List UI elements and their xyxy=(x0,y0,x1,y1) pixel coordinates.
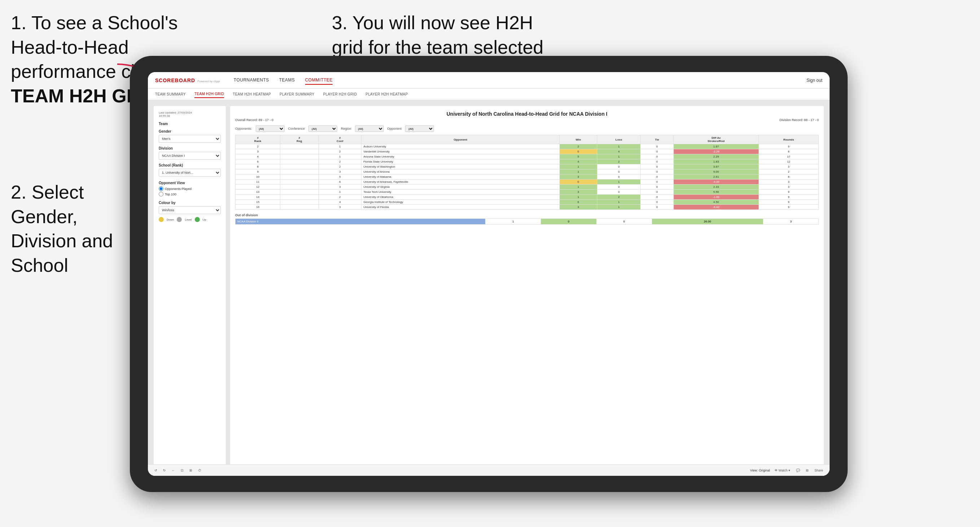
col-rank: #Rank xyxy=(235,135,280,144)
nav-tournaments[interactable]: TOURNAMENTS xyxy=(234,76,269,85)
tablet: SCOREBOARD Powered by clippi TOURNAMENTS… xyxy=(130,56,848,492)
division-record: Division Record: 88 - 17 - 0 xyxy=(780,118,819,122)
cell-rounds: 3 xyxy=(759,184,819,190)
sidebar: Last Updated: 27/03/2024 16:55:38 Team G… xyxy=(154,106,226,470)
colour-by-select[interactable]: Win/loss xyxy=(159,206,221,214)
cell-win: 0 xyxy=(560,149,597,154)
cell-rank: 6 xyxy=(235,159,280,164)
cell-conf: 1 xyxy=(318,190,361,195)
cell-reg xyxy=(280,170,318,175)
col-rounds: Rounds xyxy=(759,135,819,144)
color-legend: Down Level Up xyxy=(159,217,221,222)
cell-diff: 5.56 xyxy=(673,190,759,195)
cell-win: 1 xyxy=(560,184,597,190)
cell-loss: 0 xyxy=(597,184,641,190)
conference-filter-label: Conference xyxy=(288,127,305,130)
app-logo-sub: Powered by clippi xyxy=(197,80,220,83)
cell-rank: 15 xyxy=(235,200,280,205)
cell-tie: 0 xyxy=(641,159,673,164)
cell-opponent: University of Florida xyxy=(361,205,560,210)
conference-filter-select[interactable]: (All) xyxy=(309,125,337,132)
cell-opponent: University of Arkansas, Fayetteville xyxy=(361,179,560,184)
cell-loss: 2 xyxy=(597,195,641,200)
col-loss: Loss xyxy=(597,135,641,144)
opponent-filter-select[interactable]: (All) xyxy=(405,125,434,132)
cell-diff: -2.29 xyxy=(673,149,759,154)
panel-title: University of North Carolina Head-to-Hea… xyxy=(235,111,819,117)
school-select[interactable]: 1. University of Nort... xyxy=(159,169,221,177)
sub-nav-team-h2h-heatmap[interactable]: TEAM H2H HEATMAP xyxy=(233,91,271,98)
opponent-view-radios: Opponents Played Top 100 xyxy=(159,186,221,197)
toolbar-watch[interactable]: 👁 Watch ▾ xyxy=(773,468,792,470)
cell-conf: 5 xyxy=(318,175,361,179)
cell-win: 3 xyxy=(560,190,597,195)
school-label: School (Rank) xyxy=(159,163,221,167)
cell-loss: 0 xyxy=(597,170,641,175)
cell-loss: 2 xyxy=(597,159,641,164)
region-filter-select[interactable]: (All) xyxy=(355,125,384,132)
cell-rounds: 8 xyxy=(759,149,819,154)
cell-win: 2 xyxy=(560,144,597,149)
col-tie: Tie xyxy=(641,135,673,144)
cell-rounds: 3 xyxy=(759,179,819,184)
sub-nav-team-summary[interactable]: TEAM SUMMARY xyxy=(155,91,186,98)
data-panel: University of North Carolina Head-to-Hea… xyxy=(230,106,824,470)
cell-reg xyxy=(280,154,318,159)
opponents-filter-select[interactable]: (All) xyxy=(256,125,285,132)
cell-loss: 0 xyxy=(597,190,641,195)
cell-conf: 3 xyxy=(318,184,361,190)
cell-tie: 0 xyxy=(641,179,673,184)
sub-nav-player-h2h-grid[interactable]: PLAYER H2H GRID xyxy=(323,91,357,98)
nav-links: TOURNAMENTS TEAMS COMMITTEE xyxy=(234,76,807,85)
cell-win: 1 xyxy=(560,195,597,200)
sign-out-link[interactable]: Sign out xyxy=(807,78,822,83)
cell-reg xyxy=(280,164,318,170)
app-logo: SCOREBOARD xyxy=(155,78,195,83)
team-label: Team xyxy=(159,122,221,126)
out-div-loss: 0 xyxy=(541,219,597,225)
instruction-step3: 3. You will now see H2H grid for the tea… xyxy=(332,11,548,59)
cell-win: 3 xyxy=(560,205,597,210)
cell-diff: 2.33 xyxy=(673,184,759,190)
cell-rounds: 9 xyxy=(759,195,819,200)
cell-diff: 1.83 xyxy=(673,159,759,164)
cell-conf: 2 xyxy=(318,164,361,170)
cell-diff: -1.00 xyxy=(673,195,759,200)
cell-diff: 1.67 xyxy=(673,144,759,149)
out-div-name: NCAA Division II xyxy=(235,219,485,225)
nav-committee[interactable]: COMMITTEE xyxy=(305,76,333,85)
cell-loss: 1 xyxy=(597,205,641,210)
cell-conf: 6 xyxy=(318,179,361,184)
instruction-step2: 2. Select Gender, Division and School xyxy=(11,180,148,278)
out-div-diff: 26.00 xyxy=(652,219,763,225)
nav-teams[interactable]: TEAMS xyxy=(279,76,295,85)
gender-select[interactable]: Men's xyxy=(159,135,221,143)
sub-nav-team-h2h-grid[interactable]: TEAM H2H GRID xyxy=(194,90,224,98)
cell-rounds: 8 xyxy=(759,175,819,179)
sub-nav-player-h2h-heatmap[interactable]: PLAYER H2H HEATMAP xyxy=(366,91,408,98)
division-select[interactable]: NCAA Division I xyxy=(159,152,221,160)
toolbar-share[interactable]: Share xyxy=(813,468,824,470)
sub-nav-player-summary[interactable]: PLAYER SUMMARY xyxy=(280,91,315,98)
toolbar-comment[interactable]: 💬 xyxy=(795,468,802,470)
main-content: Last Updated: 27/03/2024 16:55:38 Team G… xyxy=(148,100,830,476)
toolbar-share-icon[interactable]: ⊞ xyxy=(804,468,810,470)
cell-rounds: 3 xyxy=(759,164,819,170)
cell-conf: 4 xyxy=(318,200,361,205)
cell-reg xyxy=(280,205,318,210)
cell-rounds: 9 xyxy=(759,205,819,210)
gender-label: Gender xyxy=(159,129,221,133)
cell-rank: 8 xyxy=(235,164,280,170)
cell-loss: 1 xyxy=(597,144,641,149)
cell-win: 5 xyxy=(560,154,597,159)
col-win: Win xyxy=(560,135,597,144)
cell-win: 3 xyxy=(560,175,597,179)
color-up-label: Up xyxy=(203,218,206,221)
cell-win: 4 xyxy=(560,159,597,164)
cell-rank: 12 xyxy=(235,184,280,190)
cell-opponent: University of Arizona xyxy=(361,170,560,175)
cell-rounds: 9 xyxy=(759,190,819,195)
radio-opponents-played[interactable]: Opponents Played xyxy=(159,186,221,191)
cell-rank: 4 xyxy=(235,154,280,159)
radio-top100[interactable]: Top 100 xyxy=(159,192,221,197)
